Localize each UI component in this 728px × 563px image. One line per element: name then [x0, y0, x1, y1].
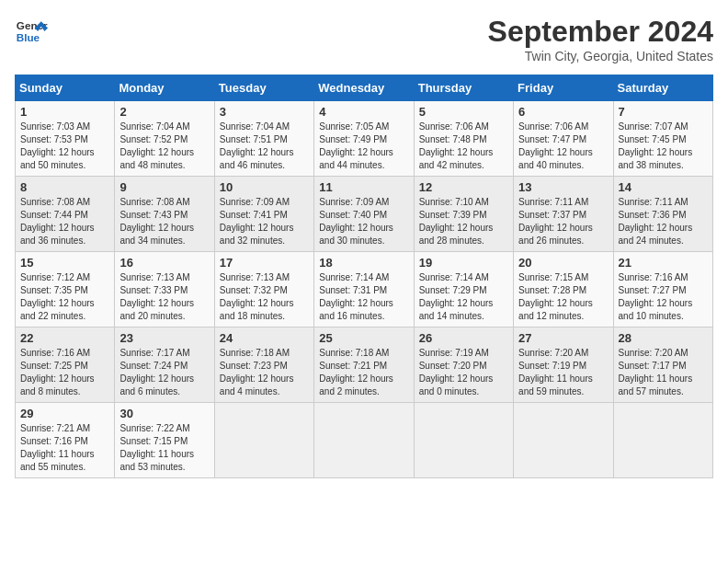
page-header: General Blue September 2024 Twin City, G… — [15, 15, 713, 63]
day-info: Sunrise: 7:11 AMSunset: 7:36 PMDaylight:… — [619, 196, 708, 247]
day-number: 20 — [518, 256, 608, 270]
column-header-friday: Friday — [514, 75, 613, 101]
day-number: 26 — [419, 331, 508, 345]
day-info: Sunrise: 7:04 AMSunset: 7:52 PMDaylight:… — [119, 121, 209, 172]
calendar-week-row: 1Sunrise: 7:03 AMSunset: 7:53 PMDaylight… — [16, 101, 713, 177]
calendar-day-cell: 6Sunrise: 7:06 AMSunset: 7:47 PMDaylight… — [514, 101, 613, 177]
day-info: Sunrise: 7:04 AMSunset: 7:51 PMDaylight:… — [220, 121, 309, 172]
day-number: 12 — [419, 180, 508, 194]
day-info: Sunrise: 7:05 AMSunset: 7:49 PMDaylight:… — [319, 121, 408, 172]
calendar-day-cell: 8Sunrise: 7:08 AMSunset: 7:44 PMDaylight… — [16, 177, 115, 252]
column-header-thursday: Thursday — [414, 75, 513, 101]
day-info: Sunrise: 7:18 AMSunset: 7:23 PMDaylight:… — [220, 347, 309, 398]
column-header-tuesday: Tuesday — [214, 75, 313, 101]
day-info: Sunrise: 7:16 AMSunset: 7:27 PMDaylight:… — [619, 271, 708, 323]
day-number: 19 — [419, 256, 508, 270]
calendar-day-cell: 22Sunrise: 7:16 AMSunset: 7:25 PMDayligh… — [16, 327, 115, 403]
day-number: 10 — [220, 180, 309, 194]
calendar-day-cell: 10Sunrise: 7:09 AMSunset: 7:41 PMDayligh… — [214, 177, 313, 252]
day-info: Sunrise: 7:15 AMSunset: 7:28 PMDaylight:… — [518, 271, 608, 323]
column-header-sunday: Sunday — [16, 75, 115, 101]
day-info: Sunrise: 7:03 AMSunset: 7:53 PMDaylight:… — [20, 121, 109, 172]
day-info: Sunrise: 7:14 AMSunset: 7:29 PMDaylight:… — [419, 271, 508, 323]
calendar-day-cell: 13Sunrise: 7:11 AMSunset: 7:37 PMDayligh… — [514, 177, 613, 252]
calendar-day-cell: 27Sunrise: 7:20 AMSunset: 7:19 PMDayligh… — [514, 327, 613, 403]
day-number: 27 — [518, 331, 608, 345]
day-number: 5 — [419, 105, 508, 119]
calendar-day-cell — [613, 403, 712, 478]
calendar-day-cell: 25Sunrise: 7:18 AMSunset: 7:21 PMDayligh… — [314, 327, 414, 403]
page-subtitle: Twin City, Georgia, United States — [488, 49, 713, 63]
title-area: September 2024 Twin City, Georgia, Unite… — [488, 15, 713, 63]
day-info: Sunrise: 7:09 AMSunset: 7:41 PMDaylight:… — [220, 196, 309, 247]
calendar-day-cell: 23Sunrise: 7:17 AMSunset: 7:24 PMDayligh… — [115, 327, 214, 403]
day-info: Sunrise: 7:17 AMSunset: 7:24 PMDaylight:… — [119, 347, 209, 398]
calendar-day-cell: 24Sunrise: 7:18 AMSunset: 7:23 PMDayligh… — [214, 327, 313, 403]
day-number: 30 — [119, 407, 209, 420]
day-number: 7 — [619, 105, 708, 119]
calendar-day-cell: 16Sunrise: 7:13 AMSunset: 7:33 PMDayligh… — [115, 252, 214, 327]
logo-icon: General Blue — [15, 15, 48, 48]
calendar-day-cell: 28Sunrise: 7:20 AMSunset: 7:17 PMDayligh… — [613, 327, 712, 403]
calendar-day-cell — [314, 403, 414, 478]
calendar-day-cell: 4Sunrise: 7:05 AMSunset: 7:49 PMDaylight… — [314, 101, 414, 177]
column-header-saturday: Saturday — [613, 75, 712, 101]
day-info: Sunrise: 7:07 AMSunset: 7:45 PMDaylight:… — [619, 121, 708, 172]
day-info: Sunrise: 7:08 AMSunset: 7:44 PMDaylight:… — [20, 196, 109, 247]
day-info: Sunrise: 7:19 AMSunset: 7:20 PMDaylight:… — [419, 347, 508, 398]
day-number: 16 — [119, 256, 209, 270]
svg-text:Blue: Blue — [17, 31, 40, 43]
day-number: 6 — [518, 105, 608, 119]
day-info: Sunrise: 7:11 AMSunset: 7:37 PMDaylight:… — [518, 196, 608, 247]
day-number: 2 — [119, 105, 209, 119]
day-number: 24 — [220, 331, 309, 345]
calendar-day-cell: 11Sunrise: 7:09 AMSunset: 7:40 PMDayligh… — [314, 177, 414, 252]
day-info: Sunrise: 7:13 AMSunset: 7:32 PMDaylight:… — [220, 271, 309, 323]
calendar-day-cell — [414, 403, 513, 478]
day-info: Sunrise: 7:06 AMSunset: 7:47 PMDaylight:… — [518, 121, 608, 172]
calendar-day-cell: 29Sunrise: 7:21 AMSunset: 7:16 PMDayligh… — [16, 403, 115, 478]
calendar-day-cell: 3Sunrise: 7:04 AMSunset: 7:51 PMDaylight… — [214, 101, 313, 177]
page-title: September 2024 — [488, 15, 713, 49]
day-number: 29 — [20, 407, 109, 420]
calendar-day-cell: 12Sunrise: 7:10 AMSunset: 7:39 PMDayligh… — [414, 177, 513, 252]
logo: General Blue — [15, 15, 48, 48]
day-info: Sunrise: 7:09 AMSunset: 7:40 PMDaylight:… — [319, 196, 408, 247]
calendar-body: 1Sunrise: 7:03 AMSunset: 7:53 PMDaylight… — [16, 101, 713, 478]
day-number: 28 — [619, 331, 708, 345]
calendar-day-cell: 18Sunrise: 7:14 AMSunset: 7:31 PMDayligh… — [314, 252, 414, 327]
column-header-monday: Monday — [115, 75, 214, 101]
column-header-wednesday: Wednesday — [314, 75, 414, 101]
calendar-day-cell: 7Sunrise: 7:07 AMSunset: 7:45 PMDaylight… — [613, 101, 712, 177]
calendar-day-cell: 5Sunrise: 7:06 AMSunset: 7:48 PMDaylight… — [414, 101, 513, 177]
calendar-week-row: 29Sunrise: 7:21 AMSunset: 7:16 PMDayligh… — [16, 403, 713, 478]
day-number: 13 — [518, 180, 608, 194]
day-number: 4 — [319, 105, 408, 119]
day-number: 14 — [619, 180, 708, 194]
day-info: Sunrise: 7:16 AMSunset: 7:25 PMDaylight:… — [20, 347, 109, 398]
day-info: Sunrise: 7:10 AMSunset: 7:39 PMDaylight:… — [419, 196, 508, 247]
day-info: Sunrise: 7:13 AMSunset: 7:33 PMDaylight:… — [119, 271, 209, 323]
day-number: 23 — [119, 331, 209, 345]
calendar-day-cell: 2Sunrise: 7:04 AMSunset: 7:52 PMDaylight… — [115, 101, 214, 177]
calendar-day-cell: 26Sunrise: 7:19 AMSunset: 7:20 PMDayligh… — [414, 327, 513, 403]
day-number: 3 — [220, 105, 309, 119]
day-info: Sunrise: 7:21 AMSunset: 7:16 PMDaylight:… — [20, 422, 109, 474]
day-number: 17 — [220, 256, 309, 270]
calendar-day-cell — [214, 403, 313, 478]
day-number: 22 — [20, 331, 109, 345]
day-number: 15 — [20, 256, 109, 270]
day-number: 9 — [119, 180, 209, 194]
day-number: 1 — [20, 105, 109, 119]
calendar-day-cell: 19Sunrise: 7:14 AMSunset: 7:29 PMDayligh… — [414, 252, 513, 327]
calendar-week-row: 15Sunrise: 7:12 AMSunset: 7:35 PMDayligh… — [16, 252, 713, 327]
day-number: 25 — [319, 331, 408, 345]
calendar-day-cell: 9Sunrise: 7:08 AMSunset: 7:43 PMDaylight… — [115, 177, 214, 252]
day-info: Sunrise: 7:12 AMSunset: 7:35 PMDaylight:… — [20, 271, 109, 323]
calendar-day-cell: 20Sunrise: 7:15 AMSunset: 7:28 PMDayligh… — [514, 252, 613, 327]
day-info: Sunrise: 7:20 AMSunset: 7:19 PMDaylight:… — [518, 347, 608, 398]
day-info: Sunrise: 7:22 AMSunset: 7:15 PMDaylight:… — [119, 422, 209, 474]
day-number: 11 — [319, 180, 408, 194]
calendar-day-cell: 1Sunrise: 7:03 AMSunset: 7:53 PMDaylight… — [16, 101, 115, 177]
day-number: 18 — [319, 256, 408, 270]
